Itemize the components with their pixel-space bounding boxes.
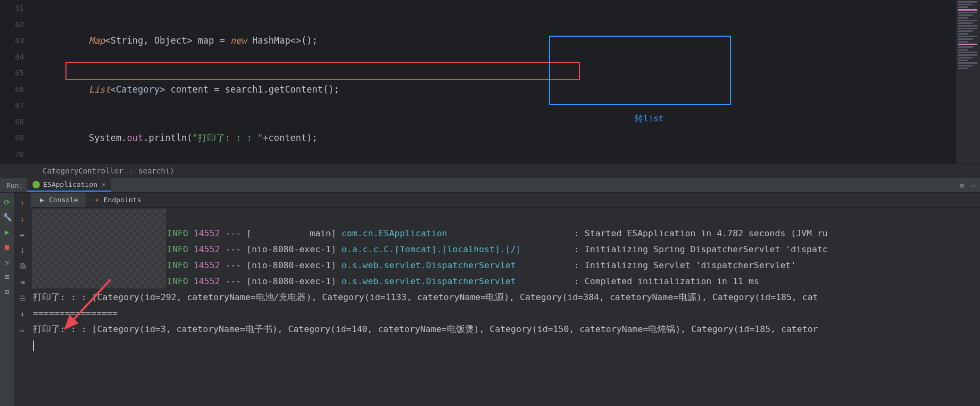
run-button[interactable]: ▶: [1, 226, 13, 238]
run-toolbar-secondary: ↑ ↓ ↩ ⤓ 🖶 ⌫ ☰ ⬇ ⋯: [14, 193, 31, 406]
line-number: 68: [0, 114, 24, 130]
endpoints-icon: ✶: [93, 196, 101, 204]
scroll-to-end-icon[interactable]: ⤓: [16, 244, 29, 257]
annotation-red-box: [65, 62, 580, 80]
wrench-icon[interactable]: 🔧: [1, 211, 13, 223]
line-number: 65: [0, 65, 24, 81]
run-config-name: ESApplication: [43, 180, 97, 188]
soft-wrap-icon[interactable]: ↩: [16, 228, 29, 241]
up-arrow-icon[interactable]: ↑: [16, 196, 29, 209]
run-config-tab[interactable]: ESApplication ✕: [27, 178, 111, 192]
code-editor[interactable]: 61 62 63 64 65 66 67 68 69 70 Map<String…: [0, 0, 980, 163]
more-icon[interactable]: ⋯: [16, 324, 29, 337]
line-number: 67: [0, 97, 24, 114]
code-line-63[interactable]: System.out.println("打印了: : : "+content);: [45, 130, 980, 146]
console-sub-tabs: ▶ Console ✶ Endpoints: [31, 193, 980, 208]
line-number: 69: [0, 130, 24, 146]
console-panel[interactable]: ▶ Console ✶ Endpoints INFO 14552 --- [ m…: [31, 193, 980, 406]
download-icon[interactable]: ⬇: [16, 308, 29, 321]
layout2-icon[interactable]: ⊟: [1, 286, 13, 297]
run-tool-window-header: Run: ESApplication ✕ ⚙ —: [0, 178, 980, 193]
gear-icon[interactable]: ⚙: [960, 181, 964, 189]
run-tool-window-body: ⟳ 🔧 ▶ ■ ⇲ ⊞ ⊟ ↑ ↓ ↩ ⤓ 🖶 ⌫ ☰ ⬇ ⋯ ▶ Consol…: [0, 193, 980, 406]
redaction-block: [32, 209, 166, 225]
redaction-block: [32, 225, 166, 241]
console-tab[interactable]: ▶ Console: [31, 193, 86, 207]
line-number: 63: [0, 32, 24, 49]
console-icon: ▶: [38, 196, 46, 204]
redaction-block: [32, 241, 166, 256]
code-line-61[interactable]: Map<String, Object> map = new HashMap<>(…: [45, 32, 980, 49]
annotation-blue-label: 转list: [635, 111, 664, 127]
clear-icon[interactable]: ⌫: [16, 276, 29, 289]
code-line-62[interactable]: List<Category> content = search1.getCont…: [45, 81, 980, 98]
line-number-gutter: 61 62 63 64 65 66 67 68 69 70: [0, 0, 35, 163]
endpoints-tab-label: Endpoints: [104, 196, 141, 204]
stop-button[interactable]: ■: [1, 241, 13, 253]
spring-boot-icon: [32, 181, 40, 188]
code-content[interactable]: Map<String, Object> map = new HashMap<>(…: [35, 0, 980, 163]
redaction-block: [32, 256, 166, 272]
line-number: 62: [0, 16, 24, 33]
minimize-icon[interactable]: —: [970, 180, 976, 191]
down-arrow-icon[interactable]: ↓: [16, 212, 29, 225]
layout-icon[interactable]: ⊞: [1, 271, 13, 283]
editor-minimap[interactable]: [956, 0, 980, 163]
line-number: 61: [0, 0, 24, 16]
run-toolbar-primary: ⟳ 🔧 ▶ ■ ⇲ ⊞ ⊟: [0, 193, 14, 406]
run-label: Run:: [2, 181, 27, 189]
line-number: 70: [0, 146, 24, 163]
console-output[interactable]: INFO 14552 --- [ main] com.cn.ESApplicat…: [31, 208, 980, 355]
filter-icon[interactable]: ☰: [16, 292, 29, 305]
attach-icon[interactable]: ⇲: [1, 256, 13, 268]
line-number: 66: [0, 81, 24, 98]
print-icon[interactable]: 🖶: [16, 260, 29, 273]
close-icon[interactable]: ✕: [102, 181, 105, 188]
rerun-button[interactable]: ⟳: [1, 196, 13, 208]
line-number: 64: [0, 49, 24, 65]
endpoints-tab[interactable]: ✶ Endpoints: [86, 193, 148, 207]
console-tab-label: Console: [49, 196, 78, 204]
redaction-block: [32, 272, 166, 288]
